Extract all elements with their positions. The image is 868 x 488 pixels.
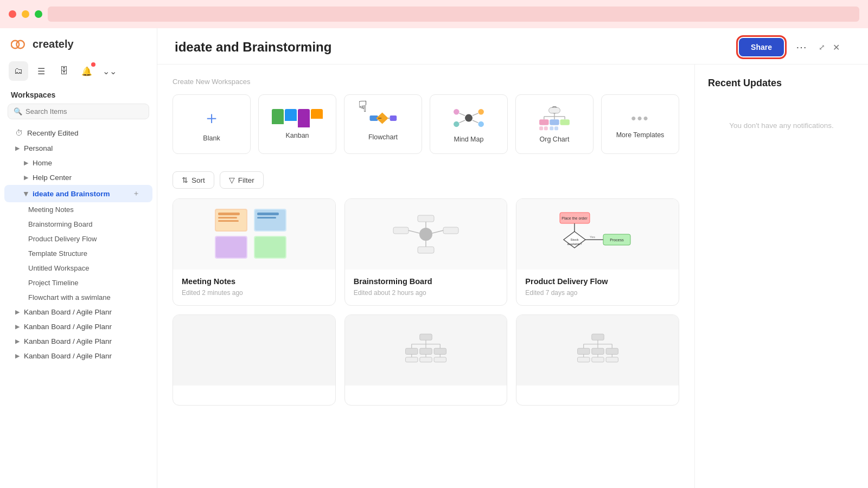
close-icon[interactable]: ✕	[833, 42, 840, 53]
folders-icon-btn[interactable]: 🗂	[9, 61, 28, 81]
svg-point-8	[454, 109, 459, 114]
sidebar-item-brainstorming-board[interactable]: Brainstorming Board	[4, 217, 152, 232]
dot-yellow[interactable]	[22, 10, 29, 18]
workspace-card-info-brainstorming: Brainstorming Board Edited about 2 hours…	[345, 269, 507, 305]
sort-button[interactable]: ⇅ Sort	[173, 171, 214, 189]
svg-point-11	[478, 121, 483, 127]
sidebar-item-product-delivery-flow[interactable]: Product Delivery Flow	[4, 232, 152, 246]
workspace-card-product-delivery[interactable]: Place the order Stock available? Yes	[516, 198, 679, 306]
workspace-card-preview-4	[173, 315, 335, 386]
svg-rect-4	[390, 115, 397, 121]
sidebar-group-kanban-3[interactable]: ▶ Kanban Board / Agile Planr	[4, 334, 152, 349]
svg-rect-42	[216, 237, 246, 258]
svg-text:available?: available?	[567, 242, 582, 246]
svg-rect-26	[550, 119, 559, 125]
bell-icon: 🔔	[81, 66, 92, 76]
clock-icon: ⏱	[15, 129, 23, 137]
workspace-card-time-product-delivery: Edited 7 days ago	[525, 289, 670, 297]
sidebar-group-kanban-1[interactable]: ▶ Kanban Board / Agile Planr	[4, 305, 152, 319]
workspace-card-preview-product-delivery: Place the order Stock available? Yes	[516, 199, 679, 269]
workspace-card-brainstorming[interactable]: Brainstorming Board Edited about 2 hours…	[344, 198, 508, 306]
url-bar[interactable]	[48, 7, 859, 22]
recent-updates-panel: Recent Updates You don't have any notifi…	[694, 65, 868, 488]
recent-updates-title: Recent Updates	[708, 78, 855, 89]
template-card-kanban[interactable]: Kanban	[258, 94, 336, 154]
list-icon: ☰	[37, 66, 45, 76]
workspace-card-4[interactable]	[173, 314, 336, 406]
list-icon-btn[interactable]: ☰	[31, 61, 51, 81]
sidebar-item-meeting-notes[interactable]: Meeting Notes	[4, 202, 152, 217]
workspace-card-preview-6	[516, 315, 679, 386]
svg-rect-72	[434, 348, 446, 354]
svg-marker-3	[376, 113, 388, 124]
sidebar-item-flowchart-swimlane[interactable]: Flowchart with a swimlane	[4, 290, 152, 305]
bell-icon-btn[interactable]: 🔔	[77, 61, 97, 81]
main-content: ideate and Brainstorming Share ⋯ ⤢ ✕ ☟ C…	[157, 28, 868, 488]
svg-rect-91	[577, 357, 590, 362]
sidebar-group-personal[interactable]: ▶ Personal	[4, 141, 152, 156]
search-icon: 🔍	[14, 107, 22, 115]
svg-rect-29	[544, 126, 548, 130]
template-card-orgchart[interactable]: Org Chart	[515, 94, 593, 154]
flowchart-preview-icon	[368, 107, 398, 129]
chevron-right-kanban-1: ▶	[15, 309, 20, 316]
chevron-down-icon-ideate: ▶	[23, 191, 30, 196]
sidebar-item-recently-edited[interactable]: ⏱ Recently Edited	[4, 125, 152, 141]
sidebar-item-home[interactable]: ▶ Home	[4, 156, 152, 170]
svg-rect-64	[420, 334, 432, 340]
window-controls: ⤢ ✕	[819, 42, 851, 53]
chevron-right-icon-home: ▶	[24, 159, 28, 166]
filter-button[interactable]: ▽ Filter	[220, 171, 264, 189]
dot-red[interactable]	[9, 10, 16, 18]
svg-rect-93	[606, 357, 618, 362]
chevron-right-kanban-2: ▶	[15, 323, 20, 330]
template-card-blank[interactable]: ＋ Blank	[173, 94, 251, 154]
add-workspace-button[interactable]: ＋	[131, 188, 142, 199]
brainstorm-preview	[382, 204, 469, 264]
template-card-flowchart[interactable]: Flowchart	[344, 94, 422, 154]
database-icon-btn[interactable]: 🗄	[54, 61, 74, 81]
svg-text:Process: Process	[610, 238, 624, 242]
workspace-card-preview-5	[345, 315, 507, 386]
search-input[interactable]	[25, 107, 143, 115]
sidebar-group-kanban-4[interactable]: ▶ Kanban Board / Agile Planr	[4, 349, 152, 363]
svg-rect-79	[591, 334, 604, 340]
database-icon: 🗄	[60, 66, 68, 76]
dot-green[interactable]	[35, 10, 42, 18]
sidebar-group-ideate[interactable]: ▶ ideate and Brainstorm ＋	[4, 185, 152, 202]
svg-rect-49	[418, 247, 434, 253]
svg-point-7	[465, 114, 473, 122]
logo-text: creately	[33, 38, 74, 50]
workspace-card-6[interactable]	[516, 314, 679, 406]
product-delivery-preview: Place the order Stock available? Yes	[549, 202, 647, 267]
svg-text:Place the order: Place the order	[561, 216, 588, 220]
svg-rect-19	[549, 107, 560, 113]
sidebar-item-untitled-workspace[interactable]: Untitled Workspace	[4, 261, 152, 275]
sort-filter-bar: ⇅ Sort ▽ Filter	[173, 171, 679, 189]
svg-line-50	[409, 230, 419, 233]
svg-rect-92	[591, 357, 604, 362]
more-templates-icon: •••	[631, 110, 649, 127]
chevron-right-icon: ▶	[15, 145, 20, 152]
sidebar-item-project-timeline[interactable]: Project Timeline	[4, 275, 152, 290]
workspace-card-5[interactable]	[344, 314, 508, 406]
sidebar-group-kanban-2[interactable]: ▶ Kanban Board / Agile Planr	[4, 319, 152, 334]
workspace-card-meeting-notes[interactable]: Meeting Notes Edited 2 minutes ago	[173, 198, 336, 306]
sidebar-item-help-center[interactable]: ▶ Help Center	[4, 170, 152, 185]
sidebar-item-template-structure[interactable]: Template Structure	[4, 246, 152, 261]
svg-rect-77	[420, 357, 432, 362]
chevron-right-kanban-3: ▶	[15, 338, 20, 345]
more-options-button[interactable]: ⋯	[792, 38, 811, 56]
svg-point-9	[454, 121, 459, 127]
workspace-card-time-meeting-notes: Edited 2 minutes ago	[182, 289, 327, 297]
svg-rect-30	[550, 126, 553, 130]
template-card-more[interactable]: ••• More Templates	[601, 94, 679, 154]
expand-icon[interactable]: ⤢	[819, 43, 825, 52]
chevrons-icon-btn[interactable]: ⌄⌄	[100, 61, 119, 81]
svg-rect-85	[577, 348, 590, 354]
folders-icon: 🗂	[14, 66, 23, 76]
share-button[interactable]: Share	[739, 38, 784, 56]
svg-rect-25	[539, 119, 548, 125]
svg-rect-36	[218, 220, 239, 222]
template-card-mindmap[interactable]: Mind Map	[430, 94, 508, 154]
